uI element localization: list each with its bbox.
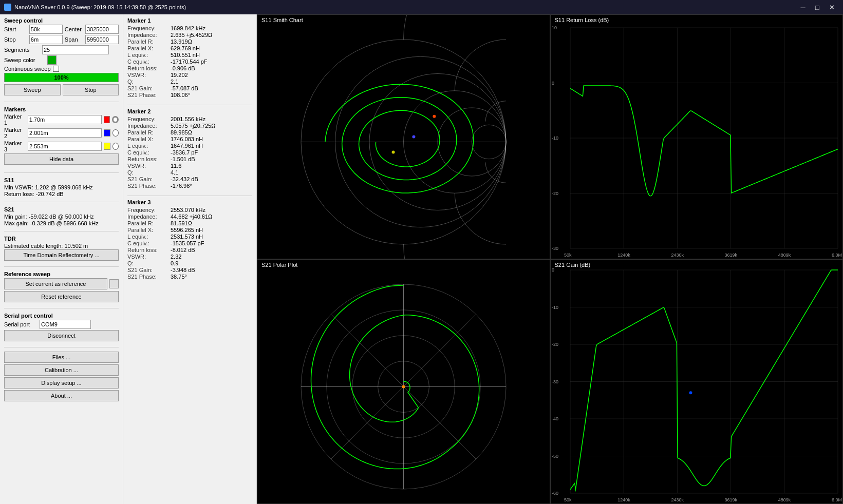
marker3-s21g-value: -3.948 dB xyxy=(171,267,195,273)
marker2-le-value: 1647.961 nH xyxy=(171,143,203,149)
marker2-label: Marker 2 xyxy=(4,127,26,139)
stop-input[interactable] xyxy=(29,35,63,44)
smith-chart-panel[interactable]: S11 Smith Chart xyxy=(257,14,550,259)
marker2-freq-label: Frequency: xyxy=(127,116,168,122)
minimize-button[interactable]: ─ xyxy=(796,0,810,14)
s11-min-vswr-label: Min VSWR: xyxy=(4,184,33,190)
s21-max-gain-label: Max gain: xyxy=(4,220,29,226)
segments-input[interactable] xyxy=(42,45,109,54)
marker1-frequency-row: Frequency: 1699.842 kHz xyxy=(127,25,252,31)
marker1-radio[interactable] xyxy=(112,116,119,123)
set-reference-button[interactable]: Set current as reference xyxy=(4,278,107,289)
title-bar-buttons: ─ □ ✕ xyxy=(796,0,839,14)
marker1-input[interactable] xyxy=(28,115,102,124)
s21-max-gain-value: -0.329 dB @ 5996.668 kHz xyxy=(30,220,99,226)
sweep-color-box[interactable] xyxy=(47,55,57,65)
marker3-data-title: Marker 3 xyxy=(127,199,252,205)
marker2-ce-value: -3836.7 pF xyxy=(171,149,198,156)
s21-gain-canvas xyxy=(551,260,843,503)
marker2-rl-value: -1.501 dB xyxy=(171,156,195,162)
reference-checkbox[interactable] xyxy=(109,279,119,288)
marker1-imp-label: Impedance: xyxy=(127,32,168,38)
marker2-px-label: Parallel X: xyxy=(127,136,168,142)
marker2-q-label: Q: xyxy=(127,169,168,176)
sweep-color-row: Sweep color xyxy=(4,55,119,65)
stop-button[interactable]: Stop xyxy=(63,84,119,95)
marker1-data-title: Marker 1 xyxy=(127,17,252,24)
divider-2 xyxy=(4,172,119,173)
polar-plot-title: S21 Polar Plot xyxy=(261,262,297,268)
marker2-row: Marker 2 xyxy=(4,127,119,139)
files-button[interactable]: Files ... xyxy=(4,352,119,363)
polar-plot-panel[interactable]: S21 Polar Plot xyxy=(257,259,550,504)
marker1-s21p-label: S21 Phase: xyxy=(127,92,168,98)
divider-7 xyxy=(4,347,119,347)
marker3-freq-label: Frequency: xyxy=(127,207,168,213)
return-loss-panel[interactable]: S11 Return Loss (dB) xyxy=(550,14,844,259)
marker3-color xyxy=(104,143,110,150)
return-loss-canvas xyxy=(551,15,843,259)
divider-6 xyxy=(4,308,119,308)
marker1-le-value: 510.551 nH xyxy=(171,52,200,58)
serial-port-label: Serial port xyxy=(4,321,38,327)
hide-data-button[interactable]: Hide data xyxy=(4,153,119,165)
progress-text: 100% xyxy=(54,74,68,81)
marker1-ce-value: -17170.544 pF xyxy=(171,59,208,65)
center-input[interactable] xyxy=(85,25,119,34)
marker3-q-label: Q: xyxy=(127,260,168,266)
sweep-buttons: Sweep Stop xyxy=(4,84,119,95)
tdr-section: TDR Estimated cable length: 10.502 m Tim… xyxy=(4,236,119,262)
marker2-radio[interactable] xyxy=(113,129,119,137)
marker3-s21p-value: 38.75° xyxy=(171,274,187,280)
marker3-px-value: 5596.265 nH xyxy=(171,227,203,233)
marker2-data-title: Marker 2 xyxy=(127,108,252,114)
marker2-input[interactable] xyxy=(28,128,102,138)
marker1-s21g-value: -57.087 dB xyxy=(171,85,198,91)
marker1-q-label: Q: xyxy=(127,79,168,85)
marker3-vswr-value: 2.32 xyxy=(171,254,181,260)
tdr-button[interactable]: Time Domain Reflectometry ... xyxy=(4,249,119,261)
marker1-px-value: 629.769 nH xyxy=(171,45,200,51)
marker3-q-value: 0.9 xyxy=(171,260,178,266)
marker1-color xyxy=(104,116,110,123)
marker2-px-value: 1746.083 nH xyxy=(171,136,203,142)
display-setup-button[interactable]: Display setup ... xyxy=(4,377,119,389)
reference-sweep-title: Reference sweep xyxy=(4,271,119,277)
marker1-impedance-row: Impedance: 2.635 +j5.4529Ω xyxy=(127,32,252,38)
start-row: Start Center xyxy=(4,25,119,34)
about-button[interactable]: About ... xyxy=(4,390,119,401)
start-input[interactable] xyxy=(29,25,63,34)
marker1-s21g-label: S21 Gain: xyxy=(127,85,168,91)
s11-min-vswr: Min VSWR: 1.202 @ 5999.068 kHz xyxy=(4,184,119,190)
divider-4 xyxy=(4,231,119,231)
s11-return-loss-label: Return loss: xyxy=(4,191,34,197)
sweep-section: Sweep control Start Center Stop Span Seg… xyxy=(4,17,119,98)
s21-title: S21 xyxy=(4,206,119,212)
marker2-color xyxy=(104,129,110,137)
disconnect-button[interactable]: Disconnect xyxy=(4,330,119,341)
marker3-vswr-label: VSWR: xyxy=(127,254,168,260)
calibration-button[interactable]: Calibration ... xyxy=(4,364,119,376)
marker3-input[interactable] xyxy=(28,142,102,151)
marker3-radio[interactable] xyxy=(113,143,119,150)
marker1-data-section: Marker 1 Frequency: 1699.842 kHz Impedan… xyxy=(127,17,252,99)
segments-row: Segments xyxy=(4,45,119,54)
s21-gain-title: S21 Gain (dB) xyxy=(555,262,591,268)
marker3-imp-value: 44.682 +j40.61Ω xyxy=(171,214,212,220)
serial-port-input[interactable] xyxy=(40,320,91,329)
tdr-title: TDR xyxy=(4,236,119,242)
marker3-imp-label: Impedance: xyxy=(127,214,168,220)
continuous-checkbox[interactable] xyxy=(53,66,59,72)
serial-port-row: Serial port xyxy=(4,320,119,329)
main-layout: Sweep control Start Center Stop Span Seg… xyxy=(0,14,843,504)
close-button[interactable]: ✕ xyxy=(825,0,839,14)
s21-gain-panel[interactable]: S21 Gain (dB) xyxy=(550,259,844,504)
sweep-button[interactable]: Sweep xyxy=(4,84,61,95)
smith-chart-title: S11 Smith Chart xyxy=(261,17,303,23)
marker3-px-label: Parallel X: xyxy=(127,227,168,233)
maximize-button[interactable]: □ xyxy=(810,0,825,14)
marker2-q-value: 4.1 xyxy=(171,169,178,176)
reset-reference-button[interactable]: Reset reference xyxy=(4,291,119,302)
marker2-freq-value: 2001.556 kHz xyxy=(171,116,205,122)
span-input[interactable] xyxy=(85,35,119,44)
